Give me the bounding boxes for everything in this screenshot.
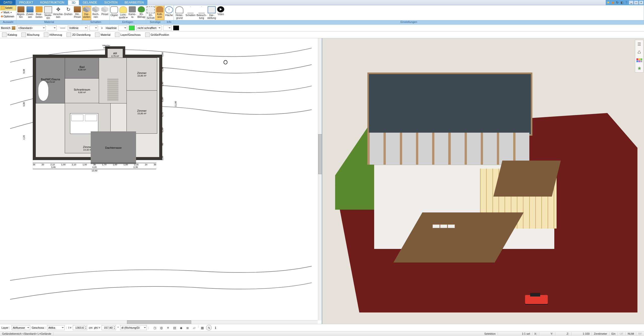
cmd-lichtquelle[interactable]: Licht- quelle ▾ xyxy=(119,6,128,20)
palette-icon[interactable] xyxy=(636,57,642,63)
l-unit: cm xyxy=(89,326,92,329)
cmd-flaeche[interactable]: iFläche xyxy=(165,6,174,20)
cmd-rechnen[interactable]: Rech- nen xyxy=(91,6,100,20)
geschoss-label: Geschoss : xyxy=(32,326,46,329)
ribbon-group-einfuegen: Objekt Licht- quelle ▾ Kame- ra 3D- Bitm… xyxy=(110,5,146,24)
phi-input[interactable]: ▲▼ xyxy=(102,325,116,330)
chair-icon[interactable]: ♺ xyxy=(636,49,642,55)
linestyle-width-dropdown[interactable] xyxy=(89,25,98,30)
menu-sichten[interactable]: SICHTEN xyxy=(101,0,121,5)
bereich-picker[interactable] xyxy=(47,25,57,30)
tree-icon[interactable]: ❀ xyxy=(636,65,642,71)
cmd-hinpinsel[interactable]: Hin. Pinsel xyxy=(73,6,82,20)
diamond-icon[interactable]: ◆ xyxy=(178,325,184,330)
north-icon[interactable]: N xyxy=(206,325,212,330)
menu-bearbeiten[interactable]: BEARBEITEN xyxy=(121,0,147,5)
sb-ein: Ein xyxy=(609,332,618,335)
line-preview xyxy=(60,28,65,28)
help-icon[interactable]: ? xyxy=(624,1,628,5)
cmd-darstellen[interactable]: Dar- stellen xyxy=(82,6,91,20)
cmd-zuweisen[interactable]: Zuwei- sen xyxy=(25,6,35,20)
globe-icon[interactable]: ◍ xyxy=(159,325,164,330)
btn-katalog[interactable]: Katalog xyxy=(1,32,18,38)
cmd-beleuchtung[interactable]: Beleuch- tung xyxy=(196,6,207,20)
btn-groesseposition[interactable]: Größe/Position xyxy=(144,32,170,38)
cmd-schattenpinsel[interactable]: Pinsel xyxy=(100,6,109,20)
flat-icon[interactable]: ▱ xyxy=(191,325,197,330)
cmd-3dbitmap[interactable]: 3D- Bitmap xyxy=(137,6,146,20)
info-icon[interactable]: ℹ xyxy=(213,325,218,330)
bereich-toolbar: Bereich <Standard> Volllinie > Haarlinie… xyxy=(0,25,644,31)
screen-icon[interactable]: ▣ xyxy=(611,1,615,5)
sb-z: Z: xyxy=(565,332,571,335)
cmd-darstellung[interactable]: Dar- stellung xyxy=(207,6,216,20)
sb-num: NUM xyxy=(626,332,636,335)
cmd-skalieren[interactable]: Skalie- ren xyxy=(44,6,53,20)
bell-icon[interactable]: ◧ xyxy=(620,1,624,5)
cmd-objekt[interactable]: Objekt xyxy=(110,6,119,20)
window-restore[interactable]: ▭ xyxy=(634,1,638,5)
main-menu-bar: DATEI PROJEKT KONSTRUKTION 3D GELÄNDE SI… xyxy=(0,0,644,5)
workspace: AR2,75 m² Bad/WC/Sauna24,73 m² Bad8,00 m… xyxy=(0,38,644,324)
stack-icon[interactable]: ≣ xyxy=(185,325,190,330)
grid-icon[interactable]: ▦ xyxy=(200,325,205,330)
hscrollbar-2d[interactable] xyxy=(0,320,318,324)
select-button[interactable]: Selekt xyxy=(0,5,16,10)
bereich-icon xyxy=(12,26,15,30)
cmd-bearbeiten[interactable]: Bear- beiten xyxy=(35,6,44,20)
btn-hoehenzug[interactable]: Höhenzug xyxy=(43,32,63,38)
cmd-abgreifen[interactable]: Abgrei- fen xyxy=(16,6,25,20)
cmd-video[interactable]: Video xyxy=(216,6,225,20)
l-label: l = xyxy=(69,326,72,329)
cmd-kamera[interactable]: Kame- ra xyxy=(128,6,137,20)
cmd-schatten[interactable]: Schatten xyxy=(185,6,196,20)
sb-uf: UF xyxy=(618,332,626,335)
tools-icon[interactable]: ✖ xyxy=(606,1,610,5)
house-model xyxy=(367,72,593,273)
dl-dropdown[interactable]: dl (Richtung/Di xyxy=(120,325,147,330)
layer-label: Layer : xyxy=(2,326,10,329)
mark-button[interactable]: ✔Mark.▾ xyxy=(0,10,16,14)
ribbon-group-info: iFläche Info xyxy=(165,5,174,24)
btn-material[interactable]: Material xyxy=(94,32,111,38)
layers-icon[interactable]: ☰ xyxy=(636,41,642,47)
viewport3d-tools: ☰ ♺ ❀ xyxy=(635,40,643,72)
menu-3d[interactable]: 3D xyxy=(68,0,79,5)
menu-konstruktion[interactable]: KONSTRUKTION xyxy=(37,0,68,5)
sun-icon[interactable]: ☀ xyxy=(165,325,171,330)
layer-dropdown[interactable]: Abfluesse xyxy=(12,325,30,330)
btn-boeschung[interactable]: Böschung xyxy=(20,32,40,38)
cmd-hintergrund[interactable]: Hinter- grund xyxy=(174,6,185,20)
line-color-swatch[interactable] xyxy=(129,25,135,30)
bereich-label: Bereich xyxy=(1,26,10,29)
options-button[interactable]: ✚Optionen xyxy=(0,14,16,18)
clock-icon[interactable]: ◷ xyxy=(152,325,158,330)
bereich-dropdown[interactable]: <Standard> xyxy=(17,25,46,30)
sb-rf: RF xyxy=(636,332,644,335)
window-close[interactable]: ✕ xyxy=(639,1,643,5)
viewport-3d[interactable]: ☰ ♺ ❀ xyxy=(322,38,644,324)
cmd-drehen[interactable]: ↻Drehen xyxy=(64,6,73,20)
cmd-3dschnitt[interactable]: 3D- Schnitt xyxy=(146,6,155,20)
menu-datei[interactable]: DATEI xyxy=(0,0,16,5)
vscrollbar-2d[interactable] xyxy=(318,38,322,320)
fillstyle-extra-dropdown[interactable] xyxy=(163,25,172,30)
fillstyle-dropdown[interactable]: nicht schraffiert xyxy=(136,25,162,30)
menu-projekt[interactable]: PROJEKT xyxy=(16,0,37,5)
cmd-verschieben[interactable]: ✥Verschie- ben xyxy=(53,6,64,20)
ribbon-group-einstellungen: Hinter- grund Schatten Beleuch- tung Dar… xyxy=(174,5,644,24)
geschoss-dropdown[interactable]: Attika xyxy=(47,325,65,330)
cmd-kollision[interactable]: Kolli- sion xyxy=(155,6,164,20)
menu-gelaende[interactable]: GELÄNDE xyxy=(79,0,101,5)
l-input[interactable]: ▲▼ xyxy=(73,325,87,330)
btn-2ddarstellung[interactable]: 2D Darstellung xyxy=(66,32,91,38)
history-icon[interactable]: ↻ xyxy=(615,1,619,5)
window-minimize[interactable]: ▁ xyxy=(629,1,633,5)
viewport-2d[interactable]: AR2,75 m² Bad/WC/Sauna24,73 m² Bad8,00 m… xyxy=(0,38,322,324)
haarlinie-dropdown[interactable] xyxy=(118,25,127,30)
layers2-icon[interactable]: ▤ xyxy=(172,325,177,330)
btn-layergeschoss[interactable]: Layer/Geschoss xyxy=(114,32,141,38)
linestyle-dropdown[interactable]: Volllinie xyxy=(68,25,88,30)
fill-color-swatch[interactable] xyxy=(173,25,179,30)
haarlinie-label: Haarlinie xyxy=(106,26,117,29)
